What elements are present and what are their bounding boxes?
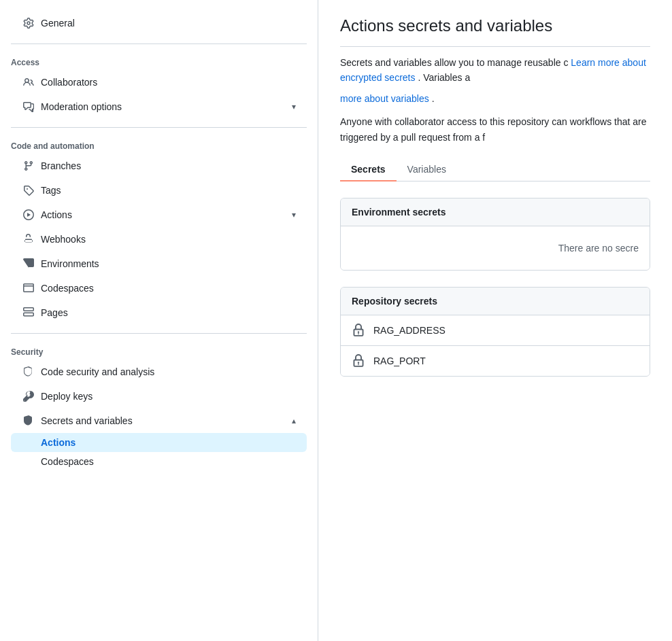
environment-secrets-header: Environment secrets — [341, 198, 650, 226]
main-content: Actions secrets and variables Secrets an… — [318, 0, 672, 641]
divider-2 — [11, 127, 307, 128]
description-text-3: . — [432, 93, 435, 104]
divider — [11, 44, 307, 44]
description-1: Secrets and variables allow you to manag… — [340, 55, 650, 86]
description-text-2: . Variables a — [418, 72, 470, 83]
tag-icon — [22, 184, 35, 197]
sub-codespaces-label: Codespaces — [41, 456, 94, 467]
deploy-keys-label: Deploy keys — [41, 391, 93, 402]
actions-label: Actions — [41, 209, 72, 220]
secret-row-rag-address[interactable]: RAG_ADDRESS — [341, 315, 650, 346]
chevron-down-icon: ▾ — [292, 102, 296, 111]
lock-icon-rag-port — [352, 354, 365, 368]
environment-secrets-empty: There are no secre — [341, 226, 650, 270]
collaborator-notice: Anyone with collaborator access to this … — [340, 114, 650, 145]
environment-secrets-section: Environment secrets There are no secre — [340, 198, 650, 271]
repository-secrets-section: Repository secrets RAG_ADDRESS RAG_PORT — [340, 287, 650, 377]
gear-icon — [22, 16, 35, 30]
sidebar-item-environments[interactable]: Environments — [11, 252, 307, 276]
sidebar-item-deploy-keys[interactable]: Deploy keys — [11, 384, 307, 409]
access-group-label: Access — [0, 52, 318, 70]
secret-name-rag-port: RAG_PORT — [373, 356, 426, 366]
collaborators-icon — [22, 75, 35, 89]
webhook-icon — [22, 232, 35, 246]
moderation-icon — [22, 100, 35, 114]
sidebar-sub-item-codespaces[interactable]: Codespaces — [11, 452, 307, 471]
repository-secrets-body: RAG_ADDRESS RAG_PORT — [341, 315, 650, 376]
description-text-1: Secrets and variables allow you to manag… — [340, 57, 568, 68]
sidebar-sub-item-actions[interactable]: Actions — [11, 433, 307, 452]
actions-icon — [22, 208, 35, 222]
sidebar-item-secrets-variables[interactable]: Secrets and variables ▴ — [11, 409, 307, 433]
repository-secrets-header: Repository secrets — [341, 288, 650, 315]
tab-secrets[interactable]: Secrets — [340, 158, 397, 181]
sidebar-item-code-security[interactable]: Code security and analysis — [11, 360, 307, 384]
sidebar-item-pages[interactable]: Pages — [11, 300, 307, 325]
code-automation-group-label: Code and automation — [0, 136, 318, 154]
divider-3 — [11, 333, 307, 334]
codespaces-icon — [22, 281, 35, 295]
tags-label: Tags — [41, 185, 61, 196]
sidebar-item-moderation[interactable]: Moderation options ▾ — [11, 94, 307, 119]
general-label: General — [41, 18, 75, 29]
secret-name-rag-address: RAG_ADDRESS — [373, 325, 446, 336]
secret-icon — [22, 414, 35, 428]
page-title: Actions secrets and variables — [340, 16, 650, 47]
sidebar-item-tags[interactable]: Tags — [11, 178, 307, 203]
sidebar: General Access Collaborators Moderation … — [0, 0, 318, 641]
chevron-down-actions-icon: ▾ — [292, 210, 296, 220]
sidebar-item-general[interactable]: General — [11, 11, 307, 35]
codespaces-label: Codespaces — [41, 283, 94, 294]
moderation-label: Moderation options — [41, 101, 122, 112]
pages-icon — [22, 306, 35, 319]
description-2: more about variables . — [340, 91, 650, 106]
environments-label: Environments — [41, 258, 99, 269]
sidebar-item-webhooks[interactable]: Webhooks — [11, 227, 307, 252]
key-icon — [22, 389, 35, 403]
webhooks-label: Webhooks — [41, 234, 86, 245]
tab-variables[interactable]: Variables — [397, 158, 457, 181]
sidebar-item-branches[interactable]: Branches — [11, 154, 307, 178]
branch-icon — [22, 159, 35, 173]
sidebar-item-actions[interactable]: Actions ▾ — [11, 203, 307, 227]
sidebar-item-collaborators[interactable]: Collaborators — [11, 70, 307, 94]
tabs: Secrets Variables — [340, 158, 650, 181]
code-security-icon — [22, 365, 35, 379]
pages-label: Pages — [41, 307, 68, 318]
secret-row-rag-port[interactable]: RAG_PORT — [341, 346, 650, 376]
collaborators-label: Collaborators — [41, 77, 97, 88]
variables-link[interactable]: more about variables — [340, 93, 429, 104]
sidebar-item-codespaces[interactable]: Codespaces — [11, 276, 307, 300]
branches-label: Branches — [41, 160, 81, 171]
security-group-label: Security — [0, 342, 318, 360]
lock-icon-rag-address — [352, 324, 365, 337]
sub-actions-label: Actions — [41, 437, 75, 448]
environment-secrets-body: There are no secre — [341, 226, 650, 270]
secrets-variables-label: Secrets and variables — [41, 415, 133, 426]
environments-icon — [22, 257, 35, 271]
code-security-label: Code security and analysis — [41, 366, 154, 377]
chevron-up-icon: ▴ — [292, 416, 296, 426]
